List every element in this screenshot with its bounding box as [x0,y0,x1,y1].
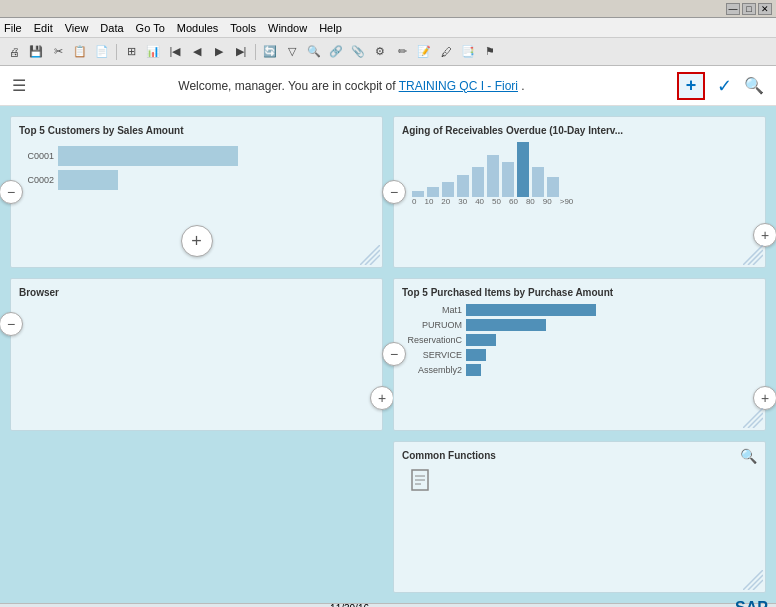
search-icon[interactable]: 🔍 [744,76,764,95]
svg-line-3 [743,245,763,265]
purchase-bar-2 [466,334,496,346]
menu-file[interactable]: File [4,22,22,34]
toolbar-save[interactable]: 💾 [26,42,46,62]
svg-line-13 [743,570,763,590]
purchase-label-4: Assembly2 [402,365,462,375]
add-widget-button[interactable]: + [677,72,705,100]
aging-minus-button[interactable]: − [382,180,406,204]
toolbar-refresh[interactable]: 🔄 [260,42,280,62]
header-bar: ☰ Welcome, manager. You are in cockpit o… [0,66,776,106]
menu-tools[interactable]: Tools [230,22,256,34]
toolbar-sep1 [116,44,117,60]
svg-line-8 [753,418,763,428]
aging-axis-40: 40 [475,197,484,206]
customers-minus-button[interactable]: − [0,180,23,204]
svg-line-15 [753,580,763,590]
toolbar-cut[interactable]: ✂ [48,42,68,62]
toolbar: 🖨 💾 ✂ 📋 📄 ⊞ 📊 |◀ ◀ ▶ ▶| 🔄 ▽ 🔍 🔗 📎 ⚙ ✏ 📝 … [0,38,776,66]
purchase-bar-4 [466,364,481,376]
minimize-button[interactable]: — [726,3,740,15]
main-content: Top 5 Customers by Sales Amount C0001 C0… [0,106,776,603]
customers-chart: C0001 C0002 [19,142,374,194]
sap-text: SAP [735,599,768,608]
menu-modules[interactable]: Modules [177,22,219,34]
maximize-button[interactable]: □ [742,3,756,15]
toolbar-copy[interactable]: 📑 [458,42,478,62]
aging-bar-8 [532,167,544,197]
aging-axis-90: 90 [543,197,552,206]
customers-widget: Top 5 Customers by Sales Amount C0001 C0… [10,116,383,268]
common-widget: Common Functions 🔍 [393,441,766,593]
purchase-minus-button[interactable]: − [382,342,406,366]
toolbar-sep2 [255,44,256,60]
toolbar-link[interactable]: 🔗 [326,42,346,62]
aging-axis-10: 10 [424,197,433,206]
customer-label-2: C0002 [19,175,54,185]
header-center: Welcome, manager. You are in cockpit of … [178,79,524,93]
toolbar-filter[interactable]: ▽ [282,42,302,62]
toolbar-pen[interactable]: 🖊 [436,42,456,62]
svg-line-0 [360,245,380,265]
toolbar-attach[interactable]: 📎 [348,42,368,62]
aging-plus-button[interactable]: + [753,223,776,247]
toolbar-last[interactable]: ▶| [231,42,251,62]
customers-diag [360,245,380,265]
toolbar-flag[interactable]: ⚑ [480,42,500,62]
customers-title: Top 5 Customers by Sales Amount [19,125,374,136]
purchase-plus-button[interactable]: + [753,386,776,410]
toolbar-print[interactable]: 🖨 [4,42,24,62]
menu-edit[interactable]: Edit [34,22,53,34]
svg-line-6 [743,408,763,428]
browser-title: Browser [19,287,374,298]
aging-axis-60: 60 [509,197,518,206]
confirm-icon[interactable]: ✓ [717,75,732,97]
toolbar-settings[interactable]: ⚙ [370,42,390,62]
common-title: Common Functions [402,450,757,461]
purchase-label-2: ReservationC [402,335,462,345]
customer-row-2: C0002 [19,170,374,190]
menu-help[interactable]: Help [319,22,342,34]
toolbar-next[interactable]: ▶ [209,42,229,62]
purchase-row-1: PURUOM [402,319,757,331]
purchase-diag [743,408,763,428]
toolbar-new[interactable]: 📄 [92,42,112,62]
purchase-bar-1 [466,319,546,331]
common-search-icon[interactable]: 🔍 [740,448,757,464]
welcome-text: Welcome, manager. You are in cockpit of [178,79,398,93]
cockpit-link[interactable]: TRAINING QC I - Fiori [399,79,518,93]
aging-bar-5 [487,155,499,197]
toolbar-grid[interactable]: ⊞ [121,42,141,62]
statusbar-right: SAP Business One [567,599,768,608]
common-func-icon[interactable] [410,469,749,493]
aging-axis: 0 10 20 30 40 50 60 80 90 >90 [407,197,752,206]
header-right: + ✓ 🔍 [677,72,764,100]
purchase-label-3: SERVICE [402,350,462,360]
menu-goto[interactable]: Go To [136,22,165,34]
purchase-title: Top 5 Purchased Items by Purchase Amount [402,287,757,298]
customer-bar-2 [58,170,118,190]
aging-bar-7 [517,142,529,197]
browser-widget: Browser − + [10,278,383,430]
toolbar-search[interactable]: 🔍 [304,42,324,62]
aging-widget: Aging of Receivables Overdue (10-Day Int… [393,116,766,268]
toolbar-first[interactable]: |◀ [165,42,185,62]
purchase-bar-3 [466,349,486,361]
menu-data[interactable]: Data [100,22,123,34]
aging-axis-over90: >90 [560,197,574,206]
browser-minus-button[interactable]: − [0,312,23,336]
toolbar-prev[interactable]: ◀ [187,42,207,62]
aging-bar-2 [442,182,454,197]
hamburger-icon[interactable]: ☰ [12,76,26,95]
menu-view[interactable]: View [65,22,89,34]
customers-plus-button[interactable]: + [181,225,213,257]
toolbar-paste[interactable]: 📋 [70,42,90,62]
browser-plus-button[interactable]: + [370,386,394,410]
menu-window[interactable]: Window [268,22,307,34]
statusbar: 11/30/16 10:43AM SAP Business One [0,603,776,607]
close-button[interactable]: ✕ [758,3,772,15]
toolbar-edit[interactable]: ✏ [392,42,412,62]
toolbar-graph[interactable]: 📊 [143,42,163,62]
toolbar-note[interactable]: 📝 [414,42,434,62]
aging-axis-80: 80 [526,197,535,206]
sap-logo: SAP Business One [735,599,768,608]
